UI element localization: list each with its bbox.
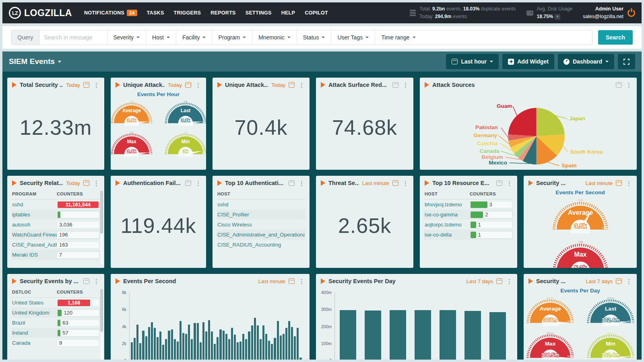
nav-item-triggers[interactable]: TRIGGERS [174,10,201,16]
row-link[interactable]: sshd [217,202,305,208]
widget-timerange[interactable]: Last 7 days [586,278,613,284]
row-link[interactable]: Ireland [12,330,57,336]
chart-bar[interactable] [291,327,293,360]
logout-power-icon[interactable] [627,9,635,17]
widget-timerange[interactable]: Last minute [362,180,389,186]
chart-bar[interactable] [191,339,193,360]
chart-bar[interactable] [299,358,301,360]
chart-bar[interactable] [262,325,264,360]
row-link[interactable]: iptables [12,212,57,218]
filter-facility[interactable]: Facility [176,30,212,45]
nav-item-settings[interactable]: SETTINGS [246,10,272,16]
chart-bar[interactable] [139,343,141,360]
chart-bar[interactable] [131,342,133,360]
chart-bar[interactable] [208,320,210,360]
filter-host[interactable]: Host [146,30,176,45]
calendar-icon[interactable] [289,278,295,284]
gauge[interactable]: 1.6k03.2kAverage3.1k [111,99,154,126]
gauge[interactable]: 154.2m0308.5mLast302.4m [585,295,636,326]
calendar-icon[interactable] [616,278,622,284]
kebab-menu-icon[interactable]: ⋮ [93,278,100,284]
search-button[interactable]: Search [598,30,633,45]
calendar-icon[interactable] [289,180,295,186]
kebab-menu-icon[interactable]: ⋮ [506,278,513,284]
chart-bar[interactable] [265,334,267,360]
scrollbar-thumb[interactable] [100,191,103,234]
widget-timerange[interactable]: Last 7 days [466,278,493,284]
chart-bar[interactable] [168,331,170,360]
play-icon[interactable] [12,278,17,284]
chart-bar[interactable] [148,327,150,360]
scrollbar-thumb[interactable] [100,289,103,332]
gauge[interactable]: 2.6k05.2kMax5.2k [550,239,611,268]
play-icon[interactable] [12,82,17,88]
calendar-icon[interactable] [392,82,398,88]
row-link[interactable]: Meraki IDS [12,252,57,258]
kebab-menu-icon[interactable]: ⋮ [194,180,202,186]
user-info[interactable]: Admin User sales@logzilla.net [583,5,623,21]
chart-bar[interactable] [297,328,299,360]
filter-severity[interactable]: Severity [107,30,146,45]
play-icon[interactable] [116,180,120,186]
row-link[interactable]: CISE_RADIUS_Accounting [217,242,305,248]
chart-bar[interactable] [202,322,204,360]
gauge[interactable]: 1.6k03.2kMax3.1k [111,130,154,157]
kebab-menu-icon[interactable]: ⋮ [298,82,305,88]
row-link[interactable]: WatchGuard Firewall [12,232,57,238]
kebab-menu-icon[interactable]: ⋮ [298,180,305,186]
calendar-icon[interactable] [496,180,502,186]
play-icon[interactable] [528,180,533,186]
chart-bar[interactable] [285,328,287,360]
kebab-menu-icon[interactable]: ⋮ [93,180,100,186]
pie-slice[interactable] [537,108,565,136]
row-link[interactable]: sshd [12,202,57,208]
chart-bar[interactable] [211,331,213,360]
calendar-icon[interactable] [289,82,295,88]
play-icon[interactable] [217,82,222,88]
gauge[interactable]: 154.2m0308.5mMin302.4m [585,330,636,360]
row-link[interactable]: Cisco Wireless [217,222,305,228]
kebab-menu-icon[interactable]: ⋮ [625,82,633,88]
calendar-icon[interactable] [83,278,89,284]
filter-program[interactable]: Program [212,30,252,45]
chart-bar[interactable] [245,339,247,360]
play-icon[interactable] [528,278,533,284]
calendar-icon[interactable] [616,180,622,186]
chart-bar[interactable] [280,335,282,360]
chart-bar[interactable] [283,334,285,360]
chart-bar[interactable] [277,321,279,360]
calendar-icon[interactable] [185,82,191,88]
filter-user-tags[interactable]: User Tags [331,30,375,45]
chart-bar[interactable] [182,333,184,360]
widget-timerange[interactable]: Today [66,180,80,186]
nav-item-reports[interactable]: REPORTS [211,10,236,16]
fullscreen-button[interactable] [618,54,635,69]
kebab-menu-icon[interactable]: ⋮ [194,82,202,88]
chart-bar[interactable] [390,310,406,360]
chart-bar[interactable] [260,339,262,360]
chart-bar[interactable] [134,338,136,360]
kebab-menu-icon[interactable]: ⋮ [402,82,409,88]
chart-bar[interactable] [242,334,244,360]
gauge[interactable]: 1.6k03.2kLast3.1k [163,99,206,126]
gauge[interactable]: 154.2m0308.5mMax308.5m [524,330,576,360]
widget-timerange[interactable]: Today [271,82,285,88]
nav-item-copilot[interactable]: COPILOT [305,10,328,16]
chart-bar[interactable] [294,336,296,360]
kebab-menu-icon[interactable]: ⋮ [298,278,305,284]
calendar-icon[interactable] [83,180,89,186]
chart-bar[interactable] [185,334,187,360]
kebab-menu-icon[interactable]: ⋮ [93,82,100,88]
scrollbar[interactable] [100,190,103,265]
chart-bar[interactable] [151,322,153,360]
play-icon[interactable] [425,180,429,186]
scrollbar[interactable] [100,288,103,360]
chart-bar[interactable] [234,335,236,360]
widget-timerange[interactable]: Today [66,82,80,88]
dashboard-menu-button[interactable]: Dashboard [558,54,614,69]
gauge[interactable]: 154.2m0308.5mAverage307m [524,295,576,326]
row-link[interactable]: CISE_Profiler [217,212,305,218]
filter-status[interactable]: Status [297,30,331,45]
chart-bar[interactable] [136,325,138,360]
row-link[interactable]: CISE_Passed_Authentications [12,242,57,248]
